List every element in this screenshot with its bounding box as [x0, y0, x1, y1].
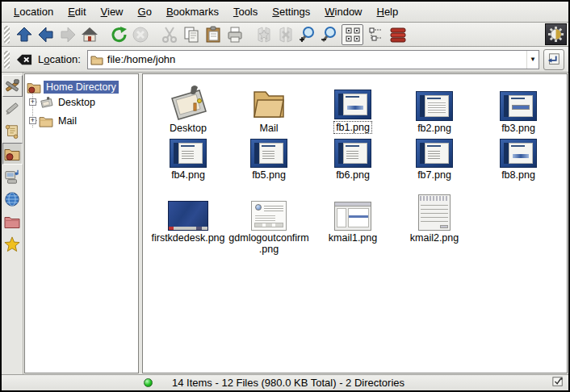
file-label: fb3.png: [500, 123, 537, 134]
zoom-out-button[interactable]: [318, 24, 340, 45]
paste-button[interactable]: [202, 24, 224, 45]
file-item-desktop[interactable]: Desktop: [148, 77, 228, 134]
sidebar-tab-home-directory[interactable]: [2, 143, 23, 165]
icon-view[interactable]: Desktop Mail fb1.png fb2.png fb3.png: [142, 73, 568, 373]
sidebar-tab-pencil[interactable]: [2, 98, 23, 119]
tree-item-home-directory[interactable]: Home Directory: [27, 79, 119, 95]
go-button[interactable]: [543, 49, 564, 70]
file-item-fb8[interactable]: fb8.png: [478, 139, 559, 181]
zoom-out-icon: [321, 26, 338, 44]
reload-button[interactable]: [107, 24, 129, 45]
copy-icon: [182, 26, 200, 44]
home-icon: [81, 26, 98, 44]
tree-item-label: Desktop: [56, 96, 98, 109]
print-button[interactable]: [224, 24, 245, 45]
file-label: fb2.png: [416, 123, 453, 134]
menu-view[interactable]: View: [94, 6, 131, 18]
file-item-mail[interactable]: Mail: [228, 77, 309, 134]
image-thumbnail: [168, 201, 208, 231]
up-button[interactable]: [13, 24, 35, 45]
sidebar-tab-root-folder[interactable]: [2, 211, 23, 232]
menu-bookmarks[interactable]: Bookmarks: [159, 6, 226, 18]
tree-expander-desktop[interactable]: +: [29, 98, 36, 106]
home-folder-icon: [27, 81, 41, 94]
status-text: 14 Items - 12 Files (980.0 KB Total) - 2…: [172, 377, 552, 389]
file-item-fb3[interactable]: fb3.png: [478, 77, 559, 134]
image-thumbnail: [416, 91, 453, 121]
clear-location-button[interactable]: [13, 49, 35, 70]
remove-effect-icon: [277, 26, 295, 44]
red-folder-icon: [4, 215, 20, 229]
location-input[interactable]: file:/home/john: [107, 53, 526, 65]
location-dropdown-arrow[interactable]: ▼: [526, 51, 539, 69]
file-label: gdmlogoutconfirm.png: [227, 232, 310, 255]
tree-view-button[interactable]: [365, 24, 387, 45]
status-led-icon: [144, 378, 153, 387]
main-toolbar: [2, 23, 568, 47]
file-item-fb5[interactable]: fb5.png: [228, 139, 309, 181]
konqueror-window: Location Edit View Go Bookmarks Tools Se…: [0, 0, 570, 392]
location-label: Location:: [38, 53, 81, 65]
tree-item-label: Mail: [56, 115, 79, 127]
file-item-kmail1[interactable]: kmail1.png: [312, 189, 393, 244]
zoom-in-button[interactable]: [296, 24, 318, 45]
tree-item-mail[interactable]: Mail: [39, 113, 79, 129]
menu-settings[interactable]: Settings: [265, 6, 317, 18]
folder-icon: [90, 54, 103, 65]
menu-edit[interactable]: Edit: [61, 6, 93, 18]
folder-tree-panel[interactable]: Home Directory + Desktop + Mail: [24, 73, 139, 373]
copy-button[interactable]: [180, 24, 202, 45]
image-thumbnail: [500, 91, 537, 121]
file-item-fb1[interactable]: fb1.png: [312, 77, 393, 134]
tree-item-desktop[interactable]: Desktop: [39, 94, 98, 111]
toolbar-handle[interactable]: [4, 26, 10, 44]
file-label: fb7.png: [416, 169, 453, 181]
menu-help[interactable]: Help: [370, 6, 406, 18]
sidebar-tab-history[interactable]: [2, 120, 23, 142]
devices-icon: [4, 169, 20, 185]
image-thumbnail: [416, 139, 453, 168]
sidebar-configure-button[interactable]: [2, 75, 23, 97]
file-item-fb2[interactable]: fb2.png: [394, 77, 475, 134]
icon-view-button[interactable]: [342, 24, 363, 45]
tree-expander-mail[interactable]: +: [29, 117, 36, 124]
menu-go[interactable]: Go: [131, 6, 159, 18]
menu-window[interactable]: Window: [317, 6, 369, 18]
location-combobox[interactable]: file:/home/john ▼: [87, 50, 539, 69]
sidebar-tabstrip: [2, 73, 23, 374]
sidebar-tab-devices[interactable]: [2, 165, 23, 187]
folder-icon: [39, 115, 53, 127]
tree-view-icon: [367, 26, 385, 44]
home-folder-icon: [4, 147, 20, 161]
print-icon: [226, 26, 244, 44]
kde-logo[interactable]: [545, 23, 567, 45]
file-item-fb7[interactable]: fb7.png: [394, 139, 475, 181]
file-item-firstkdedesk[interactable]: firstkdedesk.png: [148, 189, 228, 244]
file-label: fb1.png: [333, 121, 372, 134]
menu-tools[interactable]: Tools: [226, 6, 265, 18]
new-effect-icon: [255, 26, 273, 44]
menu-bar: Location Edit View Go Bookmarks Tools Se…: [2, 2, 568, 23]
multicolumn-view-button[interactable]: [387, 24, 409, 45]
clear-location-icon: [16, 52, 32, 68]
location-toolbar-handle[interactable]: [4, 51, 10, 69]
file-item-fb6[interactable]: fb6.png: [312, 139, 393, 181]
stop-icon: [132, 26, 149, 44]
globe-icon: [4, 191, 20, 207]
remove-effect-button[interactable]: [275, 24, 296, 45]
tools-icon: [4, 78, 20, 94]
stop-button[interactable]: [129, 24, 151, 45]
back-button[interactable]: [35, 24, 57, 45]
sidebar-tab-bookmarks[interactable]: [2, 233, 23, 255]
sidebar-tab-network[interactable]: [2, 188, 23, 210]
file-item-gdmlogoutconfirm[interactable]: gdmlogoutconfirm.png: [228, 189, 309, 255]
file-item-fb4[interactable]: fb4.png: [148, 139, 228, 181]
active-view-indicator-icon[interactable]: [552, 376, 564, 390]
home-button[interactable]: [78, 24, 100, 45]
menu-location[interactable]: Location: [6, 6, 61, 18]
forward-button[interactable]: [57, 24, 78, 45]
file-item-kmail2[interactable]: kmail2.png: [394, 182, 475, 244]
new-effect-button[interactable]: [253, 24, 275, 45]
image-thumbnail: [250, 139, 287, 168]
cut-button[interactable]: [158, 24, 180, 45]
